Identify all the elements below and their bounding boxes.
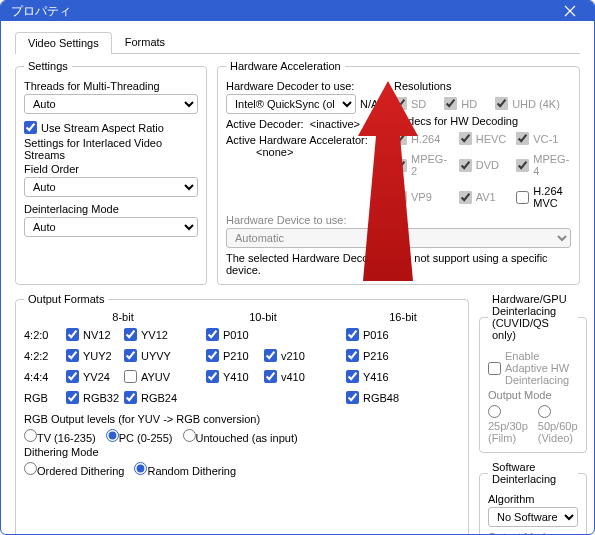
- threads-label: Threads for Multi-Threading: [24, 80, 198, 92]
- codec-h264-chk[interactable]: H.264: [394, 132, 449, 145]
- hw-note: The selected Hardware Decoder does not s…: [226, 252, 571, 276]
- close-button[interactable]: [556, 1, 584, 21]
- close-icon: [564, 5, 576, 17]
- rgb-tv-radio[interactable]: TV (16-235): [24, 429, 96, 444]
- row-420: 4:2:0: [24, 329, 64, 341]
- threads-select[interactable]: Auto: [24, 94, 198, 114]
- fmt-p210-chk[interactable]: P210: [206, 349, 262, 362]
- dither-random-radio[interactable]: Random Dithering: [134, 462, 236, 477]
- dither-label: Dithering Mode: [24, 446, 460, 458]
- fmt-y410-chk[interactable]: Y410: [206, 370, 262, 383]
- hw-deint-legend: Hardware/GPU Deinterlacing (CUVID/QS onl…: [488, 293, 578, 341]
- res-sd-chk[interactable]: SD: [394, 97, 426, 110]
- stream-aspect-chk[interactable]: Use Stream Aspect Ratio: [24, 121, 198, 134]
- rgb-levels-label: RGB Output levels (for YUV -> RGB conver…: [24, 413, 460, 425]
- fmt-p216-chk[interactable]: P216: [346, 349, 402, 362]
- row-422: 4:2:2: [24, 350, 64, 362]
- fmt-p010-chk[interactable]: P010: [206, 328, 262, 341]
- rgb-pc-radio[interactable]: PC (0-255): [106, 429, 173, 444]
- row-444: 4:4:4: [24, 371, 64, 383]
- res-uhd-chk[interactable]: UHD (4K): [495, 97, 560, 110]
- col-10bit: 10-bit: [206, 311, 320, 323]
- codec-mpeg4-chk[interactable]: MPEG-4: [516, 153, 571, 177]
- codec-h264mvc-chk[interactable]: H.264 MVC: [516, 185, 571, 209]
- res-hd-chk[interactable]: HD: [444, 97, 477, 110]
- fmt-v210-chk[interactable]: v210: [264, 349, 320, 362]
- resolutions-label: Resolutions: [394, 80, 571, 92]
- fmt-rgb48-chk[interactable]: RGB48: [346, 391, 402, 404]
- hw-decoder-na: N/A: [360, 98, 378, 110]
- output-formats-legend: Output Formats: [24, 293, 108, 305]
- output-formats-group: Output Formats 8-bit10-bit16-bit 4:2:0 N…: [15, 293, 469, 535]
- field-order-label: Field Order: [24, 163, 198, 175]
- sw-deint-legend: Software Deinterlacing: [488, 461, 578, 485]
- settings-legend: Settings: [24, 60, 72, 72]
- hw-outmode-label: Output Mode: [488, 389, 552, 401]
- hw-accel-group: Hardware Acceleration Hardware Decoder t…: [217, 60, 580, 285]
- window-title: プロパティ: [11, 3, 71, 20]
- active-accel-value: <none>: [226, 146, 384, 158]
- tab-formats[interactable]: Formats: [112, 31, 178, 53]
- adaptive-hw-deint-chk[interactable]: Enable Adaptive HW Deinterlacing: [488, 350, 578, 386]
- fmt-uyvy-chk[interactable]: UYVY: [124, 349, 180, 362]
- fmt-ayuv-chk[interactable]: AYUV: [124, 370, 180, 383]
- field-order-select[interactable]: Auto: [24, 177, 198, 197]
- hw-decoder-label: Hardware Decoder to use:: [226, 80, 384, 92]
- sw-deint-group: Software Deinterlacing Algorithm No Soft…: [479, 461, 587, 535]
- codecs-label: Codecs for HW Decoding: [394, 115, 571, 127]
- row-rgb: RGB: [24, 392, 64, 404]
- hw-video-radio[interactable]: 50p/60p (Video): [538, 405, 578, 444]
- fmt-yv24-chk[interactable]: YV24: [66, 370, 122, 383]
- fmt-yuy2-chk[interactable]: YUY2: [66, 349, 122, 362]
- codec-mpeg2-chk[interactable]: MPEG-2: [394, 153, 449, 177]
- titlebar: プロパティ: [1, 1, 594, 21]
- active-decoder-value: <inactive>: [310, 118, 360, 130]
- col-16bit: 16-bit: [346, 311, 460, 323]
- codec-hevc-chk[interactable]: HEVC: [459, 132, 507, 145]
- codec-vc1-chk[interactable]: VC-1: [516, 132, 571, 145]
- fmt-rgb32-chk[interactable]: RGB32: [66, 391, 122, 404]
- sw-algo-label: Algorithm: [488, 493, 578, 505]
- settings-group: Settings Threads for Multi-Threading Aut…: [15, 60, 207, 285]
- col-8bit: 8-bit: [66, 311, 180, 323]
- hw-device-label: Hardware Device to use:: [226, 214, 571, 226]
- interlaced-label: Settings for Interlaced Video Streams: [24, 137, 198, 161]
- fmt-y416-chk[interactable]: Y416: [346, 370, 402, 383]
- tab-strip: Video Settings Formats: [15, 31, 580, 54]
- dither-ordered-radio[interactable]: Ordered Dithering: [24, 462, 124, 477]
- codec-av1-chk[interactable]: AV1: [459, 185, 507, 209]
- hw-legend: Hardware Acceleration: [226, 60, 345, 72]
- tab-video-settings[interactable]: Video Settings: [15, 32, 112, 54]
- rgb-untouched-radio[interactable]: Untouched (as input): [183, 429, 298, 444]
- hw-film-radio[interactable]: 25p/30p (Film): [488, 405, 528, 444]
- hw-deint-group: Hardware/GPU Deinterlacing (CUVID/QS onl…: [479, 293, 587, 453]
- hw-device-select[interactable]: Automatic: [226, 228, 571, 248]
- active-accel-label: Active Hardware Accelerator:: [226, 134, 384, 146]
- sw-algo-select[interactable]: No Software Deinterlacing: [488, 507, 578, 527]
- fmt-rgb24-chk[interactable]: RGB24: [124, 391, 180, 404]
- hw-decoder-select[interactable]: Intel® QuickSync (old): [226, 94, 356, 114]
- sw-outmode-label: Output Mode: [488, 531, 552, 535]
- active-decoder-label: Active Decoder:: [226, 118, 304, 130]
- deint-mode-select[interactable]: Auto: [24, 217, 198, 237]
- fmt-nv12-chk[interactable]: NV12: [66, 328, 122, 341]
- fmt-v410-chk[interactable]: v410: [264, 370, 320, 383]
- codec-vp9-chk[interactable]: VP9: [394, 185, 449, 209]
- fmt-yv12-chk[interactable]: YV12: [124, 328, 180, 341]
- deint-mode-label: Deinterlacing Mode: [24, 203, 198, 215]
- fmt-p016-chk[interactable]: P016: [346, 328, 402, 341]
- codec-dvd-chk[interactable]: DVD: [459, 153, 507, 177]
